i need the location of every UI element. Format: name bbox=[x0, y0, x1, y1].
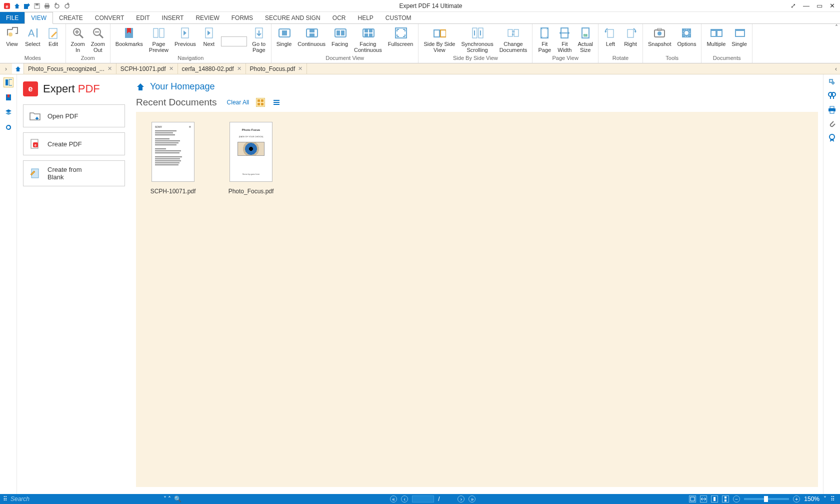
document-tab[interactable]: SCPH-10071.pdf✕ bbox=[116, 63, 178, 74]
tab-help[interactable]: HELP bbox=[352, 12, 379, 23]
bookmarks-button[interactable]: Bookmarks bbox=[112, 25, 146, 54]
home-icon bbox=[136, 82, 145, 91]
rotate-right-button[interactable]: Right bbox=[620, 25, 640, 54]
fit-page-status-icon[interactable] bbox=[689, 496, 696, 503]
sync-scroll-button[interactable]: Synchronous Scrolling bbox=[458, 25, 496, 54]
first-page-button[interactable]: « bbox=[390, 496, 397, 503]
tab-edit[interactable]: EDIT bbox=[130, 12, 156, 23]
home-icon[interactable] bbox=[13, 2, 21, 10]
prev-page-button[interactable]: ‹ bbox=[401, 496, 408, 503]
tab-secure-and-sign[interactable]: SECURE AND SIGN bbox=[259, 12, 326, 23]
search-go-icon[interactable]: 🔍 bbox=[174, 496, 182, 503]
search-input[interactable] bbox=[10, 496, 160, 503]
list-view-button[interactable] bbox=[272, 98, 281, 107]
clear-all-link[interactable]: Clear All bbox=[227, 99, 250, 106]
close-tab-icon[interactable]: ✕ bbox=[298, 65, 302, 72]
layers-panel-icon[interactable] bbox=[4, 107, 14, 117]
panel-expand-icon[interactable]: › bbox=[0, 65, 12, 72]
ribbon-display-icon[interactable]: ⤢ bbox=[790, 2, 796, 9]
facing-cont-button[interactable]: Facing Continuous bbox=[351, 25, 385, 54]
bookmarks-panel-icon[interactable] bbox=[4, 92, 14, 102]
svg-rect-62 bbox=[717, 29, 722, 31]
certificate-icon[interactable] bbox=[828, 133, 836, 142]
close-tab-icon[interactable]: ✕ bbox=[108, 65, 112, 72]
tab-forms[interactable]: FORMS bbox=[226, 12, 259, 23]
undo-icon[interactable] bbox=[53, 2, 61, 10]
page-number-input[interactable] bbox=[412, 496, 434, 503]
convert-icon[interactable] bbox=[23, 2, 31, 10]
maximize-button[interactable]: ▭ bbox=[816, 2, 822, 9]
snapshot-button[interactable]: Snapshot bbox=[645, 25, 674, 54]
ribbon-collapse-icon[interactable]: ˄ bbox=[835, 24, 838, 31]
next-page-button[interactable]: › bbox=[458, 496, 464, 503]
tab-insert[interactable]: INSERT bbox=[156, 12, 190, 23]
zoom-out-button[interactable]: − bbox=[733, 496, 740, 503]
recent-doc[interactable]: SONY▦ bbox=[143, 122, 203, 195]
multiple-button[interactable]: Multiple bbox=[704, 25, 728, 54]
minimize-button[interactable]: — bbox=[803, 2, 810, 9]
app-logo-icon: e bbox=[3, 2, 11, 10]
close-tab-icon[interactable]: ✕ bbox=[169, 65, 174, 72]
zoom-out-button[interactable]: Zoom Out bbox=[88, 25, 108, 54]
tab-view[interactable]: VIEW bbox=[24, 12, 53, 24]
zoom-slider[interactable] bbox=[744, 498, 789, 500]
svg-rect-36 bbox=[364, 33, 368, 37]
create-blank-button[interactable]: Create from Blank bbox=[23, 160, 125, 186]
single-doc-button[interactable]: Single bbox=[728, 25, 750, 54]
attachments-panel-icon[interactable] bbox=[4, 122, 14, 132]
search-icon[interactable] bbox=[828, 91, 836, 100]
next-button[interactable]: Next bbox=[199, 25, 219, 54]
continuous-status-icon[interactable] bbox=[722, 496, 729, 503]
rotate-left-button[interactable]: Left bbox=[600, 25, 620, 54]
fit-width-button[interactable]: Fit Width bbox=[554, 25, 574, 54]
zoom-in-button[interactable]: + bbox=[793, 496, 800, 503]
change-docs-button[interactable]: Change Documents bbox=[496, 25, 530, 54]
tab-create[interactable]: CREATE bbox=[53, 12, 89, 23]
home-tab[interactable] bbox=[12, 63, 24, 74]
thumbnails-panel-icon[interactable] bbox=[4, 77, 14, 87]
properties-icon[interactable] bbox=[828, 77, 836, 86]
continuous-button[interactable]: Continuous bbox=[294, 25, 328, 54]
fullscreen-button[interactable]: Fullscreen bbox=[385, 25, 416, 54]
zoom-level[interactable]: 150% bbox=[804, 496, 820, 503]
close-tab-icon[interactable]: ✕ bbox=[237, 65, 242, 72]
tab-review[interactable]: REVIEW bbox=[190, 12, 225, 23]
page-number-input[interactable] bbox=[221, 36, 247, 46]
select-button[interactable]: ASelect bbox=[22, 25, 44, 54]
view-button[interactable]: View bbox=[2, 25, 22, 54]
redo-icon[interactable] bbox=[63, 2, 71, 10]
save-icon[interactable] bbox=[33, 2, 41, 10]
tab-custom[interactable]: CUSTOM bbox=[380, 12, 418, 23]
options-button[interactable]: Options bbox=[674, 25, 699, 54]
tab-convert[interactable]: CONVERT bbox=[89, 12, 130, 23]
tab-ocr[interactable]: OCR bbox=[326, 12, 352, 23]
create-pdf-button[interactable]: e Create PDF bbox=[23, 132, 125, 155]
fit-width-status-icon[interactable] bbox=[700, 496, 707, 503]
print-icon[interactable] bbox=[43, 2, 51, 10]
open-pdf-button[interactable]: Open PDF bbox=[23, 104, 125, 127]
document-tab[interactable]: cerfa_14880-02.pdf✕ bbox=[178, 63, 246, 74]
page-preview-button[interactable]: Page Preview bbox=[146, 25, 172, 54]
previous-button[interactable]: Previous bbox=[172, 25, 199, 54]
print-icon[interactable] bbox=[828, 105, 836, 114]
document-tab[interactable]: Photo_Focus_recognized_...✕ bbox=[24, 63, 116, 74]
fit-page-button[interactable]: Fit Page bbox=[534, 25, 554, 54]
recent-doc[interactable]: Photo Focus [DATE OF YOUR CHOICE] Some t… bbox=[221, 122, 281, 195]
goto-button[interactable]: Go to Page bbox=[249, 25, 269, 54]
edit-button[interactable]: Edit bbox=[44, 25, 64, 54]
sbs-view-button[interactable]: Side By Side View bbox=[420, 25, 458, 54]
grid-view-button[interactable] bbox=[256, 98, 265, 107]
tab-file[interactable]: FILE bbox=[0, 12, 24, 23]
facing-button[interactable]: Facing bbox=[328, 25, 351, 54]
single-button[interactable]: Single bbox=[274, 25, 295, 54]
search-options-icon[interactable]: ˅ ˄ bbox=[164, 496, 171, 503]
zoom-in-button[interactable]: Zoom In bbox=[68, 25, 88, 54]
actual-size-button[interactable]: 100Actual Size bbox=[574, 25, 596, 54]
attach-icon[interactable] bbox=[828, 119, 836, 128]
document-tab[interactable]: Photo_Focus.pdf✕ bbox=[246, 63, 308, 74]
zoom-dropdown-icon[interactable]: ˅ bbox=[824, 496, 826, 503]
single-page-status-icon[interactable] bbox=[711, 496, 718, 503]
last-page-button[interactable]: » bbox=[468, 496, 476, 503]
close-button[interactable]: ✕ bbox=[830, 2, 835, 9]
right-panel-collapse-icon[interactable]: ‹ bbox=[835, 65, 840, 72]
